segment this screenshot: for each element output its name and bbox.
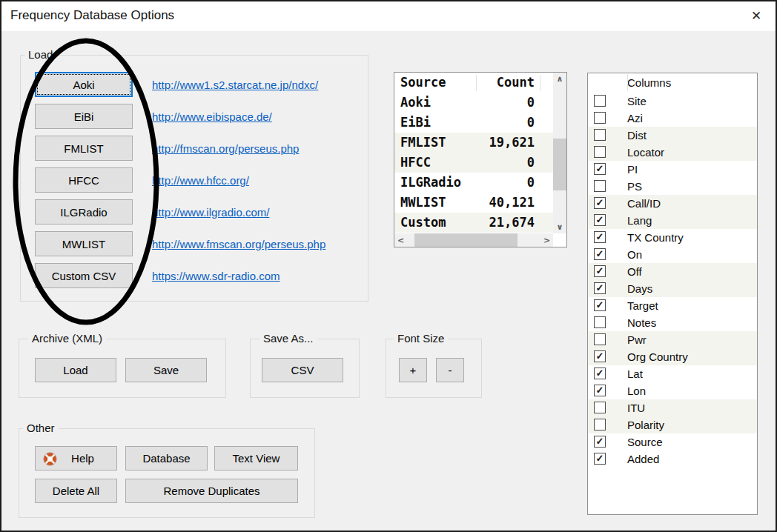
load-row: MWLIST http://www.fmscan.org/perseus.php xyxy=(35,231,325,256)
help-button-label: Help xyxy=(58,452,94,465)
column-row[interactable]: ✓ Target xyxy=(588,297,757,314)
column-checkbox[interactable] xyxy=(594,316,606,328)
column-checkbox[interactable]: ✓ xyxy=(594,248,606,260)
text-view-button[interactable]: Text View xyxy=(214,446,298,471)
database-button[interactable]: Database xyxy=(125,446,208,471)
column-row[interactable]: Dist xyxy=(588,127,757,144)
column-checkbox[interactable]: ✓ xyxy=(594,368,606,379)
column-checkbox[interactable] xyxy=(594,333,606,345)
font-size-increase-button[interactable]: + xyxy=(399,358,427,382)
load-sources: Aoki http://www1.s2.starcat.ne.jp/ndxc/ … xyxy=(35,72,325,295)
load-source-button[interactable]: Aoki xyxy=(35,72,133,97)
horizontal-scroll-thumb[interactable] xyxy=(414,233,518,247)
source-table-header: Source Count xyxy=(394,73,553,93)
column-row[interactable]: ✓ Lon xyxy=(588,382,757,399)
load-row: HFCC http://www.hfcc.org/ xyxy=(35,167,325,193)
scroll-right-icon[interactable]: > xyxy=(540,233,553,247)
font-size-decrease-button[interactable]: - xyxy=(436,358,464,382)
column-label: Pwr xyxy=(627,331,647,348)
source-url-link[interactable]: https://www.sdr-radio.com xyxy=(152,270,280,282)
column-checkbox[interactable]: ✓ xyxy=(594,197,606,209)
column-checkbox[interactable]: ✓ xyxy=(594,231,606,243)
scroll-down-icon[interactable]: ∨ xyxy=(553,221,566,233)
horizontal-scrollbar[interactable]: < > xyxy=(394,233,553,247)
source-cell: ILGRadio xyxy=(394,173,461,193)
column-row[interactable]: ✓ Lat xyxy=(588,365,757,382)
column-checkbox[interactable]: ✓ xyxy=(594,299,606,311)
column-checkbox[interactable] xyxy=(594,146,606,158)
column-checkbox[interactable] xyxy=(594,180,606,192)
column-row[interactable]: ✓ TX Country xyxy=(588,229,757,246)
source-url-link[interactable]: http://www1.s2.starcat.ne.jp/ndxc/ xyxy=(152,79,318,91)
header-divider xyxy=(540,75,540,91)
column-row[interactable]: Notes xyxy=(588,314,757,331)
scroll-up-icon[interactable]: ∧ xyxy=(553,73,566,85)
column-label: PS xyxy=(627,178,642,195)
column-row[interactable]: ✓ Call/ID xyxy=(588,195,757,212)
source-url-link[interactable]: http://www.ilgradio.com/ xyxy=(152,206,269,219)
source-url-link[interactable]: http://www.fmscan.org/perseus.php xyxy=(152,238,325,250)
column-checkbox[interactable]: ✓ xyxy=(594,385,606,396)
remove-duplicates-button[interactable]: Remove Duplicates xyxy=(125,479,298,503)
archive-save-button[interactable]: Save xyxy=(125,358,207,382)
column-checkbox[interactable]: ✓ xyxy=(594,265,606,277)
source-cell: HFCC xyxy=(394,153,431,173)
column-label: Off xyxy=(627,263,642,280)
load-source-button-label: FMLIST xyxy=(64,142,103,155)
column-checkbox[interactable]: ✓ xyxy=(594,436,606,448)
column-checkbox[interactable]: ✓ xyxy=(594,350,606,362)
column-row[interactable]: ✓ Source xyxy=(588,433,757,450)
column-label: Azi xyxy=(627,110,643,127)
load-source-button[interactable]: FMLIST xyxy=(35,136,133,161)
source-count-table: Source Count Aoki 0 EiBi 0 FMLIST 19,621… xyxy=(394,72,567,247)
frequency-database-options-dialog: Frequency Database Options ✕ Load Aoki h… xyxy=(0,0,777,532)
column-row[interactable]: ✓ Org Country xyxy=(588,348,757,365)
column-label: Notes xyxy=(627,314,656,331)
column-row[interactable]: PS xyxy=(588,178,757,195)
column-checkbox[interactable] xyxy=(594,129,606,141)
source-table-body: Aoki 0 EiBi 0 FMLIST 19,621 HFCC 0 ILGRa… xyxy=(394,93,553,233)
column-row[interactable]: Site xyxy=(588,93,757,110)
load-source-button[interactable]: EiBi xyxy=(35,104,133,129)
column-label: Lon xyxy=(627,382,646,399)
column-row[interactable]: ✓ PI xyxy=(588,161,757,178)
column-row[interactable]: ✓ On xyxy=(588,246,757,263)
column-checkbox[interactable]: ✓ xyxy=(594,214,606,226)
vertical-scroll-thumb[interactable] xyxy=(553,139,566,190)
vertical-scrollbar[interactable]: ∧ ∨ xyxy=(553,73,566,233)
lifebuoy-icon xyxy=(43,452,57,466)
column-checkbox[interactable]: ✓ xyxy=(594,163,606,175)
column-row[interactable]: Azi xyxy=(588,110,757,127)
source-table-row: MWLIST 40,121 xyxy=(394,193,553,213)
count-column-header: Count xyxy=(497,73,553,93)
column-row[interactable]: Locator xyxy=(588,144,757,161)
scroll-left-icon[interactable]: < xyxy=(394,233,407,247)
source-url-link[interactable]: http://www.hfcc.org/ xyxy=(152,174,249,187)
help-button[interactable]: Help xyxy=(35,446,117,471)
column-checkbox[interactable] xyxy=(594,112,606,124)
column-row[interactable]: ✓ Days xyxy=(588,280,757,297)
column-checkbox[interactable]: ✓ xyxy=(594,453,606,465)
column-row[interactable]: ITU xyxy=(588,399,757,416)
source-url-link[interactable]: http://fmscan.org/perseus.php xyxy=(152,142,299,155)
load-source-button[interactable]: HFCC xyxy=(35,167,133,193)
close-button[interactable]: ✕ xyxy=(741,4,771,27)
column-row[interactable]: ✓ Lang xyxy=(588,212,757,229)
load-source-button[interactable]: ILGRadio xyxy=(35,199,133,225)
archive-load-button[interactable]: Load xyxy=(35,358,116,382)
column-row[interactable]: ✓ Added xyxy=(588,450,757,468)
column-label: Polarity xyxy=(627,416,664,433)
delete-all-button[interactable]: Delete All xyxy=(35,479,117,503)
source-table-row: EiBi 0 xyxy=(394,113,553,133)
column-checkbox[interactable] xyxy=(594,402,606,413)
column-checkbox[interactable]: ✓ xyxy=(594,282,606,294)
column-row[interactable]: Polarity xyxy=(588,416,757,433)
load-source-button[interactable]: Custom CSV xyxy=(35,263,133,288)
column-row[interactable]: ✓ Off xyxy=(588,263,757,280)
column-checkbox[interactable] xyxy=(594,419,606,430)
load-source-button[interactable]: MWLIST xyxy=(35,231,133,256)
source-url-link[interactable]: http://www.eibispace.de/ xyxy=(152,110,272,123)
column-row[interactable]: Pwr xyxy=(588,331,757,348)
column-checkbox[interactable] xyxy=(594,95,606,107)
save-as-csv-button[interactable]: CSV xyxy=(262,358,343,382)
